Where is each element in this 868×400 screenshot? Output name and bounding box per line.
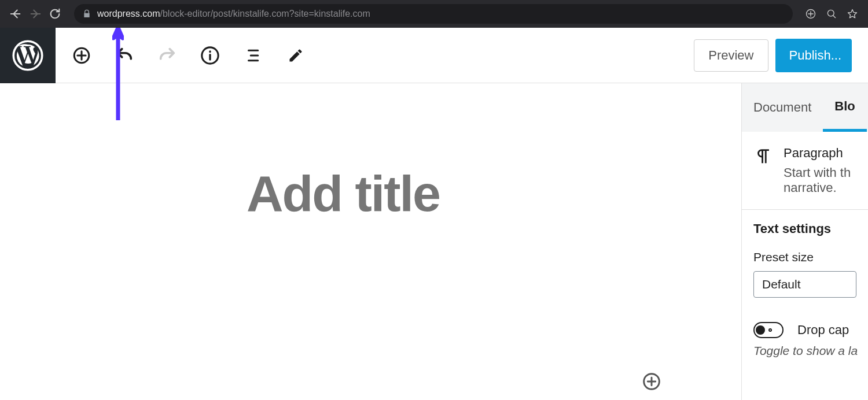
url-domain: wordpress.com xyxy=(97,9,160,18)
dropcap-help-text: Toggle to show a la xyxy=(753,344,856,358)
dropcap-label: Drop cap xyxy=(797,323,849,338)
back-button[interactable] xyxy=(8,6,23,21)
block-description: Start with th narrative. xyxy=(784,165,851,195)
text-settings-heading: Text settings xyxy=(753,221,856,236)
zoom-icon[interactable] xyxy=(824,6,839,21)
paragraph-icon xyxy=(753,146,773,195)
chrome-right-controls xyxy=(797,6,860,21)
app-header: Preview Publish... xyxy=(0,28,868,83)
star-icon[interactable] xyxy=(845,6,860,21)
wordpress-logo[interactable] xyxy=(0,28,56,83)
preview-button[interactable]: Preview xyxy=(694,39,768,72)
settings-sidebar: Document Blo Paragraph Start with th nar… xyxy=(741,83,868,400)
toggle-knob-icon xyxy=(756,325,765,335)
annotation-arrow-icon xyxy=(112,28,124,120)
sidebar-tabs: Document Blo xyxy=(742,83,868,132)
preset-size-label: Preset size xyxy=(753,250,856,264)
address-bar[interactable]: wordpress.com/block-editor/post/kinstali… xyxy=(74,4,793,24)
block-summary: Paragraph Start with th narrative. xyxy=(742,132,868,210)
wordpress-icon xyxy=(12,40,43,71)
editor-toolbar: Preview Publish... xyxy=(56,28,868,83)
lock-icon xyxy=(82,9,91,18)
tab-block[interactable]: Blo xyxy=(823,83,866,132)
forward-button[interactable] xyxy=(28,6,43,21)
add-block-inline-button[interactable] xyxy=(642,372,661,391)
toolbar-right: Preview Publish... xyxy=(694,39,852,72)
add-tab-icon[interactable] xyxy=(803,6,818,21)
toggle-dot-icon xyxy=(768,328,772,332)
text-settings-section: Text settings Preset size Default Drop c… xyxy=(742,210,868,369)
main-content: Add title Document Blo Paragraph Start w… xyxy=(0,83,868,400)
outline-button[interactable] xyxy=(243,46,263,65)
publish-button[interactable]: Publish... xyxy=(775,39,852,72)
block-title: Paragraph xyxy=(784,146,851,161)
url-text: wordpress.com/block-editor/post/kinstali… xyxy=(97,9,370,19)
edit-button[interactable] xyxy=(286,46,306,65)
dropcap-toggle[interactable] xyxy=(753,322,784,338)
reload-button[interactable] xyxy=(47,6,62,21)
preset-size-select[interactable]: Default xyxy=(753,271,856,298)
url-path: /block-editor/post/kinstalife.com?site=k… xyxy=(160,9,370,18)
info-button[interactable] xyxy=(200,46,220,65)
add-block-button[interactable] xyxy=(72,46,91,65)
browser-chrome: wordpress.com/block-editor/post/kinstali… xyxy=(0,0,868,28)
editor-canvas[interactable]: Add title xyxy=(0,83,741,400)
tab-document[interactable]: Document xyxy=(742,83,823,132)
title-input[interactable]: Add title xyxy=(247,164,741,223)
redo-button[interactable] xyxy=(157,46,177,65)
